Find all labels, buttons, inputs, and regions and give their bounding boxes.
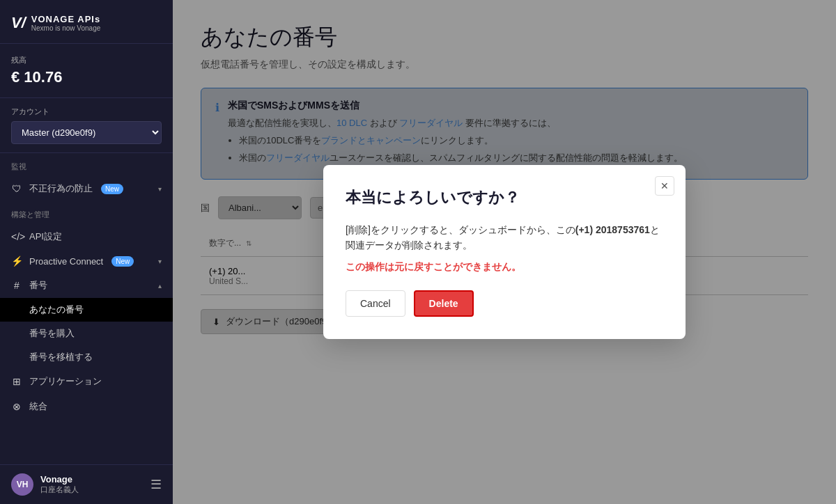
fraud-badge: New xyxy=(101,184,123,194)
chevron-up-icon: ▴ xyxy=(158,282,162,290)
modal-actions: Cancel Delete xyxy=(346,290,663,317)
modal-overlay: ✕ 本当によろしいですか？ [削除]をクリックすると、ダッシュボードから、この(… xyxy=(173,0,836,504)
sidebar-item-api-settings[interactable]: </> API設定 xyxy=(0,224,173,249)
account-label: アカウント xyxy=(11,107,162,117)
sidebar-item-label: アプリケーション xyxy=(29,375,102,388)
modal-body-pre: [削除]をクリックすると、ダッシュボードから、この xyxy=(346,224,575,235)
modal-close-button[interactable]: ✕ xyxy=(655,176,674,196)
subitem-label: 番号を移植する xyxy=(29,351,93,363)
apps-icon: ⊞ xyxy=(11,376,22,387)
subitem-label: 番号を購入 xyxy=(29,327,75,340)
shield-icon: 🛡 xyxy=(11,183,22,194)
balance-section: 残高 € 10.76 xyxy=(0,44,173,98)
sidebar-item-label: Proactive Connect xyxy=(29,256,103,267)
sidebar-footer: VH Vonage 口座名義人 ☰ xyxy=(0,464,173,504)
main-content: あなたの番号 仮想電話番号を管理し、その設定を構成します。 ℹ 米国でSMSおよ… xyxy=(173,0,836,504)
integration-icon: ⊗ xyxy=(11,401,22,412)
code-icon: </> xyxy=(11,231,22,242)
user-role: 口座名義人 xyxy=(40,485,144,495)
delete-confirm-button[interactable]: Delete xyxy=(414,290,474,317)
sidebar-logo: V/ VONAGE APIs Nexmo is now Vonage xyxy=(0,0,173,44)
balance-label: 残高 xyxy=(11,55,162,65)
sidebar-item-integrations[interactable]: ⊗ 統合 xyxy=(0,394,173,419)
sidebar-subitem-your-numbers[interactable]: あなたの番号 xyxy=(0,298,173,322)
avatar: VH xyxy=(11,473,33,496)
proactive-badge: New xyxy=(111,256,134,267)
modal-phone-number: (+1) 2018753761 xyxy=(575,224,650,235)
sidebar-item-numbers[interactable]: # 番号 ▴ xyxy=(0,273,173,298)
sidebar-item-applications[interactable]: ⊞ アプリケーション xyxy=(0,369,173,394)
brand-name: VONAGE APIs xyxy=(31,14,101,24)
hash-icon: # xyxy=(11,280,22,291)
modal-title: 本当によろしいですか？ xyxy=(346,187,663,208)
subitem-label: あなたの番号 xyxy=(29,304,84,316)
sidebar-item-proactive-connect[interactable]: ⚡ Proactive Connect New ▾ xyxy=(0,249,173,273)
close-icon: ✕ xyxy=(660,180,669,191)
sidebar: V/ VONAGE APIs Nexmo is now Vonage 残高 € … xyxy=(0,0,173,504)
confirm-delete-modal: ✕ 本当によろしいですか？ [削除]をクリックすると、ダッシュボードから、この(… xyxy=(323,165,686,340)
modal-warning: この操作は元に戻すことができません。 xyxy=(346,261,663,274)
sidebar-item-label: API設定 xyxy=(29,230,62,243)
logo-icon: V/ xyxy=(11,14,26,32)
balance-amount: € 10.76 xyxy=(11,68,162,86)
modal-body: [削除]をクリックすると、ダッシュボードから、この(+1) 2018753761… xyxy=(346,222,663,253)
sidebar-item-fraud-prevention[interactable]: 🛡 不正行為の防止 New ▾ xyxy=(0,176,173,201)
sidebar-item-label: 統合 xyxy=(29,400,47,413)
section-label-build: 構築と管理 xyxy=(0,201,173,224)
chevron-down-icon: ▾ xyxy=(158,258,162,265)
cancel-button[interactable]: Cancel xyxy=(346,290,405,317)
brand-sub: Nexmo is now Vonage xyxy=(31,24,101,32)
user-info: Vonage 口座名義人 xyxy=(40,474,144,495)
section-label-monitoring: 監視 xyxy=(0,153,173,176)
hamburger-icon[interactable]: ☰ xyxy=(150,477,162,492)
account-selector[interactable]: Master (d290e0f9) xyxy=(11,121,162,144)
sidebar-subitem-buy-numbers[interactable]: 番号を購入 xyxy=(0,322,173,345)
chevron-down-icon: ▾ xyxy=(158,185,162,193)
lightning-icon: ⚡ xyxy=(11,255,22,267)
sidebar-item-label: 番号 xyxy=(29,279,47,292)
account-section: アカウント Master (d290e0f9) xyxy=(0,98,173,153)
sidebar-subitem-transfer-numbers[interactable]: 番号を移植する xyxy=(0,345,173,369)
sidebar-item-label: 不正行為の防止 xyxy=(29,182,93,195)
user-name: Vonage xyxy=(40,474,144,485)
